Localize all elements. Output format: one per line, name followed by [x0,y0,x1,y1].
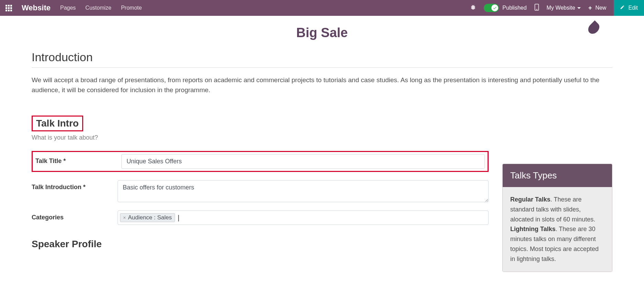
introduction-text: We will accept a broad range of presenta… [32,75,612,95]
talk-introduction-input[interactable]: Basic offers for customers [118,180,489,202]
lightning-talks-label: Lightning Talks [510,226,556,232]
mobile-preview-icon[interactable] [534,4,539,12]
talks-types-body: Regular Talks. These are standard talks … [503,187,612,272]
page-header: Big Sale [0,16,644,44]
talk-intro-subheading: What is your talk about? [32,134,489,141]
divider [32,67,612,68]
talk-introduction-label: Talk Introduction * [32,180,118,191]
published-label: Published [502,5,526,11]
remove-tag-icon[interactable]: × [123,215,126,220]
new-label: New [595,5,606,11]
talks-types-card: Talks Types Regular Talks. These are sta… [502,164,612,272]
talk-intro-heading: Talk Intro [36,118,79,129]
talk-title-label: Talk Title * [35,154,121,165]
plus-icon: + [588,4,592,12]
published-toggle[interactable]: Published [484,4,526,12]
nav-promote[interactable]: Promote [121,5,142,11]
categories-label: Categories [32,210,118,221]
bug-icon[interactable] [470,4,476,12]
check-icon [493,6,497,10]
nav-pages[interactable]: Pages [60,5,76,11]
talks-types-header: Talks Types [503,164,612,187]
talk-title-input[interactable] [121,154,485,169]
page-title: Big Sale [0,25,644,40]
categories-input[interactable]: × Audience : Sales | [118,210,489,225]
edit-label: Edit [628,5,638,11]
edit-button[interactable]: Edit [614,0,644,16]
speaker-profile-heading: Speaker Profile [32,239,489,250]
top-navbar: Website Pages Customize Promote Publishe… [0,0,644,16]
category-tag: × Audience : Sales [120,213,175,222]
brand-label[interactable]: Website [22,3,51,12]
pencil-icon [620,5,625,11]
toggle-switch-on[interactable] [484,4,499,12]
talk-intro-highlight: Talk Intro [32,116,83,131]
caret-down-icon [577,7,581,9]
new-button[interactable]: + New [588,4,607,12]
talk-introduction-row: Talk Introduction * Basic offers for cus… [32,180,489,202]
my-website-dropdown[interactable]: My Website [547,5,581,11]
apps-grid-icon[interactable] [6,5,12,11]
categories-row: Categories × Audience : Sales | [32,210,489,225]
input-cursor: | [178,214,179,222]
regular-talks-label: Regular Talks [510,196,550,203]
tag-text: Audience : Sales [128,214,172,221]
talk-title-row: Talk Title * [32,151,489,172]
nav-customize[interactable]: Customize [85,5,111,11]
my-website-label: My Website [547,5,575,11]
introduction-heading: Introduction [32,51,612,64]
